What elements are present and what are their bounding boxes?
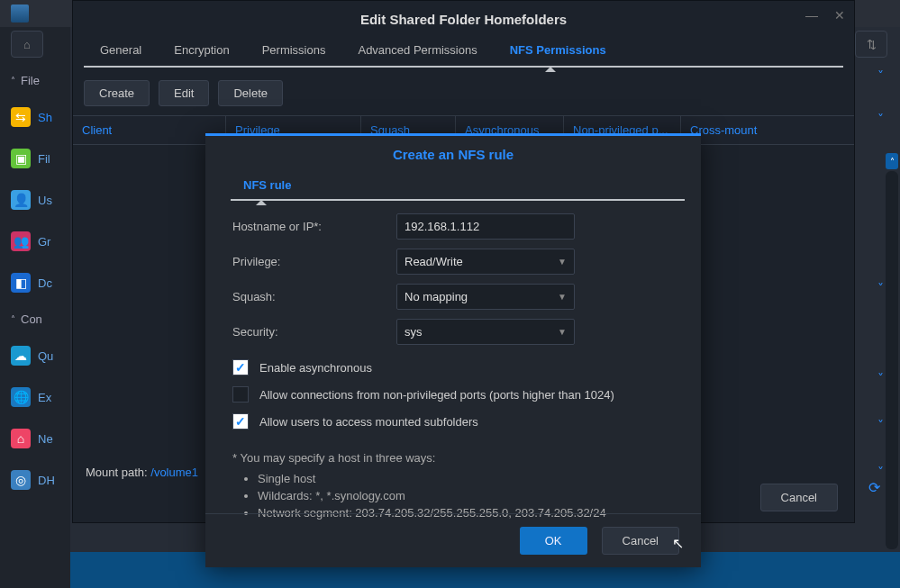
hostname-label: Hostname or IP*:: [232, 220, 396, 233]
sidebar-item-label: Fil: [38, 152, 50, 166]
sidebar-item-dhcp[interactable]: ◎DH: [0, 459, 70, 501]
sidebar-item-shared[interactable]: ⇆Sh: [0, 96, 70, 138]
chevron-down-icon: ▼: [558, 257, 567, 267]
subfolders-label: Allow users to access mounted subfolders: [259, 415, 478, 429]
share-icon: ⇆: [11, 107, 31, 127]
hostname-input[interactable]: [396, 213, 575, 240]
sidebar-item-external[interactable]: 🌐Ex: [0, 376, 70, 418]
sidebar-item-label: DH: [38, 474, 55, 487]
dhcp-icon: ◎: [11, 470, 31, 490]
tab-nfs-rule[interactable]: NFS rule: [231, 171, 304, 199]
security-label: Security:: [232, 325, 396, 339]
tab-encryption[interactable]: Encryption: [158, 34, 245, 66]
col-crossmount[interactable]: Cross-mount: [681, 116, 854, 144]
sidebar-item-label: Dc: [38, 276, 52, 290]
cloud-icon: ☁: [11, 346, 31, 366]
sidebar-item-network[interactable]: ⌂Ne: [0, 418, 70, 459]
domain-icon: ◧: [11, 273, 31, 293]
scrollbar[interactable]: [886, 171, 898, 549]
sidebar-item-label: Sh: [38, 111, 52, 124]
sidebar-item-file[interactable]: ▣Fil: [0, 138, 70, 179]
sidebar-item-label: Qu: [38, 349, 53, 363]
sidebar-section-file[interactable]: ˄File: [0, 65, 70, 96]
close-icon[interactable]: ✕: [834, 8, 845, 23]
sidebar-item-label: Gr: [38, 235, 50, 249]
tab-permissions[interactable]: Permissions: [246, 34, 342, 66]
sidebar-item-quickconnect[interactable]: ☁Qu: [0, 335, 70, 376]
chevron-down-icon: ▼: [558, 292, 567, 302]
dialog-tabs: General Encryption Permissions Advanced …: [84, 34, 843, 68]
sidebar-item-label: Ex: [38, 391, 51, 404]
subfolders-checkbox[interactable]: [232, 413, 249, 430]
dialog-title: Edit Shared Folder Homefolders: [73, 1, 854, 34]
sidebar-item-group[interactable]: 👥Gr: [0, 221, 70, 262]
delete-button[interactable]: Delete: [218, 80, 283, 106]
chevron-down-icon[interactable]: ˅: [877, 112, 884, 126]
privilege-select[interactable]: Read/Write▼: [396, 249, 575, 275]
nonpriv-ports-checkbox[interactable]: [232, 386, 249, 403]
sidebar-item-user[interactable]: 👤Us: [0, 179, 70, 221]
sidebar-item-label: Ne: [38, 432, 53, 446]
chevron-down-icon: ▼: [558, 327, 567, 337]
sidebar: ⌂ ˄File ⇆Sh ▣Fil 👤Us 👥Gr ◧Dc ˄Con ☁Qu 🌐E…: [0, 27, 70, 588]
mount-path: Mount path: /volume1: [86, 466, 198, 479]
cancel-button-dlg1[interactable]: Cancel: [760, 484, 838, 511]
user-icon: 👤: [11, 190, 31, 210]
squash-select[interactable]: No mapping▼: [396, 284, 575, 310]
col-client[interactable]: Client: [73, 116, 226, 144]
enable-async-label: Enable asynchronous: [259, 361, 372, 375]
app-logo-icon: [11, 5, 29, 23]
chevron-down-icon[interactable]: ˅: [877, 281, 884, 295]
file-icon: ▣: [11, 149, 31, 168]
security-select[interactable]: sys▼: [396, 319, 575, 345]
cancel-button[interactable]: Cancel: [602, 527, 679, 555]
squash-label: Squash:: [232, 290, 396, 303]
refresh-icon[interactable]: ⟳: [868, 479, 880, 496]
nonpriv-ports-label: Allow connections from non-privileged po…: [259, 388, 614, 402]
group-icon: 👥: [11, 231, 31, 251]
tab-nfs-permissions[interactable]: NFS Permissions: [494, 34, 623, 66]
sidebar-item-label: Us: [38, 194, 52, 207]
ok-button[interactable]: OK: [520, 527, 587, 555]
sidebar-item-domain[interactable]: ◧Dc: [0, 262, 70, 303]
sort-button[interactable]: ⇅: [855, 31, 887, 58]
chevron-down-icon[interactable]: ˅: [877, 418, 884, 432]
create-nfs-rule-dialog: Create an NFS rule NFS rule Hostname or …: [205, 133, 701, 567]
sidebar-section-con[interactable]: ˄Con: [0, 303, 70, 335]
chevron-down-icon[interactable]: ˅: [877, 465, 884, 479]
enable-async-checkbox[interactable]: [232, 359, 249, 375]
tab-advanced-permissions[interactable]: Advanced Permissions: [341, 34, 493, 66]
chevron-down-icon[interactable]: ˅: [877, 68, 884, 83]
dialog-title: Create an NFS rule: [205, 136, 701, 171]
chevron-down-icon[interactable]: ˅: [877, 371, 884, 385]
minimize-icon[interactable]: —: [805, 8, 818, 23]
network-icon: ⌂: [11, 429, 31, 448]
privilege-label: Privilege:: [232, 255, 396, 268]
scroll-up-button[interactable]: ˄: [886, 153, 898, 169]
globe-icon: 🌐: [11, 387, 31, 407]
hint-text: * You may specify a host in three ways: …: [232, 451, 685, 521]
home-button[interactable]: ⌂: [11, 31, 43, 58]
tab-general[interactable]: General: [84, 34, 158, 66]
create-button[interactable]: Create: [84, 80, 150, 106]
edit-button[interactable]: Edit: [159, 80, 209, 106]
